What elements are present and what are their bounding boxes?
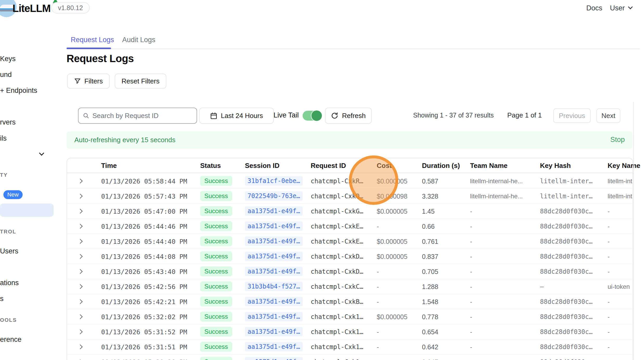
cell-duration: 0.705 (422, 268, 438, 276)
cell-team-name: - (470, 268, 472, 275)
cell-team-name: - (470, 253, 472, 260)
cell-key-name: - (608, 358, 610, 360)
cell-time: 01/13/2026 05:42:56 PM (101, 283, 187, 291)
cell-duration: 1.288 (422, 283, 438, 291)
cell-request-id: chatcmpl-CxkD… (311, 268, 363, 275)
table-body: 01/13/2026 05:58:44 PMSuccess31bfa1cf-0e… (67, 174, 633, 360)
live-tail-toggle[interactable] (303, 111, 321, 121)
chevron-down-icon[interactable] (628, 4, 633, 9)
expand-row-chevron-icon[interactable] (78, 209, 82, 213)
funnel-icon (74, 78, 81, 84)
session-id-link[interactable]: aa1375d1-e49f… (245, 252, 303, 261)
table-row: 01/13/2026 05:57:43 PMSuccess7022549b-76… (67, 189, 633, 204)
calendar-icon (210, 112, 217, 119)
expand-row-chevron-icon[interactable] (78, 284, 82, 289)
cell-cost: - (377, 223, 379, 230)
user-menu[interactable]: User (610, 4, 625, 12)
cell-request-id: chatcmpl-CxkD… (311, 253, 363, 260)
previous-page-button[interactable]: Previous (553, 108, 591, 123)
expand-row-chevron-icon[interactable] (78, 344, 82, 349)
cell-request-id: chatcmpl-CxkG… (311, 208, 363, 215)
cell-key-hash: 88dc28d0f030c… (540, 268, 593, 275)
sidebar-item[interactable]: ils (0, 134, 7, 142)
status-badge: Success (200, 357, 232, 360)
filters-button[interactable]: Filters (67, 74, 110, 89)
auto-refresh-text: Auto-refreshing every 15 seconds (74, 136, 175, 144)
cell-team-name: - (470, 328, 472, 336)
table-row: 01/13/2026 05:43:40 PMSuccessaa1375d1-e4… (67, 264, 633, 279)
reset-filters-button[interactable]: Reset Filters (115, 74, 166, 89)
table-header-row: TimeStatusSession IDRequest IDCostDurati… (67, 158, 633, 173)
session-id-link[interactable]: 7022549b-763e… (245, 191, 303, 201)
sidebar-item[interactable]: und (0, 71, 12, 79)
new-badge: New (3, 190, 23, 199)
sidebar-section-label: TY (0, 172, 8, 178)
cell-team-name: - (470, 343, 472, 351)
search-box[interactable] (78, 108, 197, 124)
session-id-link[interactable]: aa1375d1-e49f… (245, 206, 303, 216)
cell-duration: 1.45 (422, 208, 435, 215)
expand-row-chevron-icon[interactable] (78, 179, 82, 183)
session-id-link[interactable]: aa1375d1-e49f… (245, 267, 303, 276)
cell-team-name: - (470, 358, 472, 360)
tab-request-logs[interactable]: Request Logs (71, 36, 114, 44)
stop-auto-refresh-link[interactable]: Stop (610, 136, 625, 144)
search-input[interactable] (93, 112, 192, 120)
session-id-link[interactable]: aa1375d1-e49f… (245, 297, 303, 306)
cell-duration: 0.837 (422, 253, 438, 260)
cell-time: 01/13/2026 05:44:08 PM (101, 253, 187, 260)
sidebar-item[interactable]: Keys (0, 55, 16, 63)
cell-key-name: - (608, 343, 610, 351)
column-header: Duration (s) (422, 162, 460, 170)
expand-row-chevron-icon[interactable] (78, 224, 82, 228)
session-id-link[interactable]: 31b3b4b4-f527… (245, 282, 303, 291)
cell-cost: - (377, 358, 379, 360)
column-header: Time (101, 162, 117, 170)
time-range-button[interactable]: Last 24 Hours (199, 108, 274, 124)
session-id-link[interactable]: 31bfa1cf-0ebe… (245, 176, 303, 186)
page-title: Request Logs (67, 53, 134, 64)
expand-row-chevron-icon[interactable] (78, 299, 82, 304)
expand-row-chevron-icon[interactable] (78, 329, 82, 334)
session-id-link[interactable]: aa1375d1-e49f… (245, 221, 303, 231)
expand-row-chevron-icon[interactable] (78, 194, 82, 198)
column-header: Key Name (608, 162, 640, 170)
session-id-link[interactable]: aa1375d1-e49f… (245, 342, 303, 351)
session-id-link[interactable]: aa1375d1-e49f… (245, 237, 303, 246)
sidebar-item[interactable]: Users (0, 247, 18, 255)
table-row: 01/13/2026 05:42:56 PMSuccess31b3b4b4-f5… (67, 279, 633, 294)
next-page-button[interactable]: Next (596, 108, 620, 123)
cell-duration: 0.778 (422, 313, 438, 321)
status-badge: Success (200, 221, 232, 231)
cell-duration: 3.328 (422, 193, 438, 200)
cell-key-hash: litellm-inter… (540, 178, 593, 185)
session-id-link[interactable]: aa1375d1-e49f… (245, 312, 303, 321)
live-tail-label: Live Tail (274, 111, 299, 119)
expand-row-chevron-icon[interactable] (78, 254, 82, 259)
sidebar-item[interactable]: s (0, 295, 4, 303)
cell-duration: 0.654 (422, 328, 438, 336)
status-badge: Success (200, 191, 232, 201)
docs-link[interactable]: Docs (586, 4, 602, 12)
status-badge: Success (200, 251, 232, 261)
expand-row-chevron-icon[interactable] (78, 239, 82, 244)
session-id-link[interactable]: aa1375d1-e49f… (245, 357, 303, 360)
session-id-link[interactable]: aa1375d1-e49f… (245, 327, 303, 336)
sidebar-item[interactable]: erence (0, 336, 22, 344)
sidebar-item[interactable]: ations (0, 279, 19, 287)
expand-row-chevron-icon[interactable] (78, 314, 82, 319)
click-highlight-circle (349, 155, 398, 205)
refresh-icon (331, 112, 338, 119)
sidebar-selected-item[interactable] (0, 204, 54, 217)
cell-key-hash: 88dc28d0f030c… (540, 223, 593, 230)
cell-cost: $0.000005 (377, 313, 407, 321)
previous-label: Previous (559, 112, 585, 120)
sidebar-item[interactable]: rvers (0, 118, 16, 126)
results-count: Showing 1 - 37 of 37 results (413, 112, 494, 119)
expand-row-chevron-icon[interactable] (78, 269, 82, 274)
tab-audit-logs[interactable]: Audit Logs (122, 36, 155, 44)
sidebar-item[interactable]: + Endpoints (0, 87, 37, 95)
cell-cost: - (377, 328, 379, 336)
refresh-button[interactable]: Refresh (325, 108, 372, 124)
sidebar-collapse-chevron-icon[interactable] (39, 150, 44, 156)
